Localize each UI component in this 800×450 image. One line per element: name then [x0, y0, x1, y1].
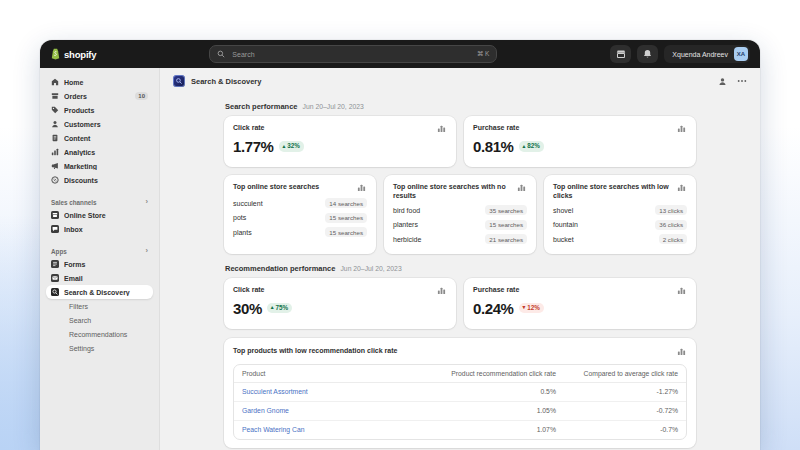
count-pill: 15 searches [325, 213, 367, 223]
page-title: Search & Discovery [191, 77, 261, 86]
rec-click-rate-card: Click rate 30% ▴ 75% [224, 278, 456, 329]
metric-label: Click rate [233, 123, 265, 132]
global-search[interactable]: ⌘ K [209, 45, 497, 63]
list-title: Top online store searches with no result… [393, 182, 512, 200]
sidebar-item-inbox[interactable]: Inbox [46, 222, 153, 236]
search-input[interactable] [230, 50, 471, 59]
sidebar-item-content[interactable]: Content [46, 131, 153, 145]
list-title: Top online store searches with low click… [553, 182, 672, 200]
sidebar-subitem-recommendations[interactable]: Recommendations [46, 327, 153, 341]
store-icon [616, 49, 626, 59]
overflow-menu-icon[interactable] [737, 79, 747, 83]
table-row: Garden Gnome 1.05% -0.72% [234, 401, 686, 420]
metric-label: Purchase rate [473, 285, 519, 294]
list-item: fountain 36 clicks [553, 218, 687, 233]
topbar: shopify ⌘ K Xquenda Andreev XA [40, 40, 760, 68]
purchase-rate-card: Purchase rate 0.81% ▴ 82% [464, 116, 696, 167]
view-chart-icon[interactable] [676, 346, 687, 357]
sidebar-item-products[interactable]: Products [46, 103, 153, 117]
count-pill: 14 searches [325, 198, 367, 208]
email-icon [51, 274, 59, 282]
rec-purchase-rate-card: Purchase rate 0.24% ▾ 12% [464, 278, 696, 329]
view-chart-icon[interactable] [676, 123, 687, 134]
metric-label: Purchase rate [473, 123, 519, 132]
sidebar-item-forms[interactable]: Forms [46, 257, 153, 271]
sidebar-item-orders[interactable]: Orders 10 [46, 89, 153, 103]
search-term: plants [233, 229, 252, 236]
column-header-compared: Compared to average click rate [564, 365, 686, 383]
sidebar-item-marketing[interactable]: Marketing [46, 159, 153, 173]
orders-icon [51, 92, 59, 100]
store-button[interactable] [610, 45, 631, 63]
bar-chart-icon [51, 148, 59, 156]
metric-value: 30% [233, 301, 262, 316]
search-term: shovel [553, 207, 573, 214]
section-label: Sales channels [51, 199, 97, 206]
sidebar-subitem-filters[interactable]: Filters [46, 299, 153, 313]
view-chart-icon[interactable] [676, 182, 687, 193]
forms-icon [51, 260, 59, 268]
delta-badge: ▾ 12% [519, 303, 544, 313]
date-range: Jun 20–Jul 20, 2023 [303, 103, 364, 110]
sidebar-item-home[interactable]: Home [46, 75, 153, 89]
shopify-admin-window: shopify ⌘ K Xquenda Andreev XA [40, 40, 760, 450]
top-searches-card: Top online store searches succulent 14 s… [224, 175, 376, 254]
shopify-logo[interactable]: shopify [50, 48, 96, 60]
sales-channels-section-header[interactable]: Sales channels › [46, 196, 153, 208]
sidebar-item-label: Email [64, 275, 148, 282]
person-icon [51, 120, 59, 128]
user-menu[interactable]: Xquenda Andreev XA [664, 45, 750, 63]
search-term: bird food [393, 207, 420, 214]
sidebar-item-customers[interactable]: Customers [46, 117, 153, 131]
click-rate-value: 1.07% [442, 420, 564, 439]
list-item: herbicide 21 searches [393, 232, 527, 247]
sidebar-subitem-search[interactable]: Search [46, 313, 153, 327]
home-icon [51, 78, 59, 86]
table-row: Succulent Assortment 0.5% -1.27% [234, 382, 686, 401]
online-store-icon [51, 211, 59, 219]
view-chart-icon[interactable] [356, 182, 367, 193]
click-rate-value: 1.05% [442, 401, 564, 420]
apps-section-header[interactable]: Apps › [46, 245, 153, 257]
sidebar-item-label: Search & Discovery [64, 289, 148, 296]
delta-badge: ▴ 32% [279, 141, 304, 151]
sidebar-item-discounts[interactable]: Discounts [46, 173, 153, 187]
sidebar-item-search-discovery[interactable]: Search & Discovery [46, 285, 153, 299]
product-link[interactable]: Succulent Assortment [242, 388, 308, 395]
search-term: bucket [553, 236, 574, 243]
arrow-up-icon: ▴ [523, 144, 526, 150]
table-row: Peach Watering Can 1.07% -0.7% [234, 420, 686, 439]
list-item: bird food 35 searches [393, 203, 527, 218]
megaphone-icon [51, 162, 59, 170]
sidebar-item-email[interactable]: Email [46, 271, 153, 285]
count-pill: 35 searches [485, 205, 527, 215]
sidebar-item-analytics[interactable]: Analytics [46, 145, 153, 159]
section-title: Search performance [225, 102, 298, 111]
product-link[interactable]: Garden Gnome [242, 407, 289, 414]
count-pill: 15 searches [325, 227, 367, 237]
date-range: Jun 20–Jul 20, 2023 [340, 265, 401, 272]
count-pill: 36 clicks [655, 220, 687, 230]
collaborator-icon[interactable] [718, 77, 727, 86]
sidebar-subitem-label: Search [69, 317, 91, 324]
file-icon [51, 134, 59, 142]
view-chart-icon[interactable] [436, 285, 447, 296]
orders-count-badge: 10 [135, 92, 148, 100]
sidebar-subitem-settings[interactable]: Settings [46, 341, 153, 355]
product-link[interactable]: Peach Watering Can [242, 426, 304, 433]
view-chart-icon[interactable] [516, 182, 527, 193]
sidebar-item-label: Forms [64, 261, 148, 268]
view-chart-icon[interactable] [436, 123, 447, 134]
compared-value: -1.27% [564, 382, 686, 401]
list-item: planters 15 searches [393, 218, 527, 233]
metric-value: 0.24% [473, 301, 514, 316]
metric-value: 1.77% [233, 139, 274, 154]
compared-value: -0.72% [564, 401, 686, 420]
sidebar-item-online-store[interactable]: Online Store [46, 208, 153, 222]
section-title: Recommendation performance [225, 264, 335, 273]
notifications-button[interactable] [637, 45, 658, 63]
search-term: pots [233, 214, 246, 221]
arrow-up-icon: ▴ [283, 144, 286, 150]
view-chart-icon[interactable] [676, 285, 687, 296]
list-item: plants 15 searches [233, 225, 367, 240]
